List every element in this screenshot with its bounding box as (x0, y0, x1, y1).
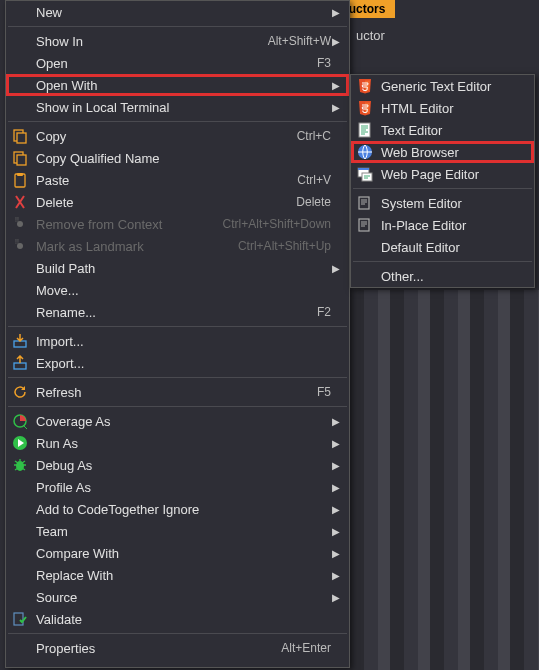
menu-item-web-browser[interactable]: Web Browser (351, 141, 534, 163)
menu-item-profile-as[interactable]: Profile As▶ (6, 476, 349, 498)
menu-item-validate[interactable]: Validate (6, 608, 349, 630)
menu-item-label: In-Place Editor (375, 218, 516, 233)
refresh-icon (10, 384, 30, 400)
menu-item-paste[interactable]: PasteCtrl+V (6, 169, 349, 191)
svg-rect-21 (359, 197, 369, 209)
debug-icon (10, 457, 30, 473)
menu-item-label: Open With (30, 78, 331, 93)
menu-item-label: Delete (30, 195, 290, 210)
blank-icon (10, 33, 30, 49)
menu-item-label: Debug As (30, 458, 331, 473)
menu-item-web-page-editor[interactable]: Web Page Editor (351, 163, 534, 185)
menu-item-run-as[interactable]: Run As▶ (6, 432, 349, 454)
menu-item-debug-as[interactable]: Debug As▶ (6, 454, 349, 476)
menu-separator (8, 406, 347, 407)
menu-item-move[interactable]: Move... (6, 279, 349, 301)
menu-item-label: Move... (30, 283, 331, 298)
menu-item-label: Show in Local Terminal (30, 100, 331, 115)
menu-item-team[interactable]: Team▶ (6, 520, 349, 542)
menu-item-refresh[interactable]: RefreshF5 (6, 381, 349, 403)
submenu-arrow-icon: ▶ (331, 80, 341, 91)
menu-item-label: Remove from Context (30, 217, 217, 232)
menu-item-open-with[interactable]: Open With▶ (6, 74, 349, 96)
menu-item-coverage-as[interactable]: Coverage As▶ (6, 410, 349, 432)
menu-separator (8, 26, 347, 27)
menu-item-mark-as-landmark: !!Mark as LandmarkCtrl+Alt+Shift+Up (6, 235, 349, 257)
menu-item-replace-with[interactable]: Replace With▶ (6, 564, 349, 586)
blank-icon (355, 239, 375, 255)
submenu-arrow-icon: ▶ (331, 263, 341, 274)
menu-item-copy[interactable]: CopyCtrl+C (6, 125, 349, 147)
submenu-arrow-icon: ▶ (331, 526, 341, 537)
webpage-icon (355, 166, 375, 182)
menu-item-show-in-local-terminal[interactable]: Show in Local Terminal▶ (6, 96, 349, 118)
svg-text:!!: !! (15, 238, 19, 245)
menu-item-label: Other... (375, 269, 516, 284)
menu-item-copy-qualified-name[interactable]: Copy Qualified Name (6, 147, 349, 169)
menu-item-import[interactable]: Import... (6, 330, 349, 352)
menu-item-shortcut: Ctrl+Alt+Shift+Down (217, 217, 331, 231)
menu-item-label: Text Editor (375, 123, 516, 138)
menu-item-open[interactable]: OpenF3 (6, 52, 349, 74)
svg-rect-1 (17, 133, 26, 143)
menu-item-label: Copy (30, 129, 291, 144)
blank-icon (10, 55, 30, 71)
menu-item-other[interactable]: Other... (351, 265, 534, 287)
menu-item-label: Export... (30, 356, 331, 371)
menu-item-delete[interactable]: DeleteDelete (6, 191, 349, 213)
menu-item-rename[interactable]: Rename...F2 (6, 301, 349, 323)
menu-item-label: Paste (30, 173, 291, 188)
menu-item-label: New (30, 5, 331, 20)
background-blur (350, 290, 539, 670)
menu-item-label: Rename... (30, 305, 311, 320)
menu-item-text-editor[interactable]: Text Editor (351, 119, 534, 141)
menu-item-default-editor[interactable]: Default Editor (351, 236, 534, 258)
menu-separator (353, 261, 532, 262)
svg-rect-15 (14, 613, 23, 625)
text-ed-icon (355, 122, 375, 138)
menu-item-label: HTML Editor (375, 101, 516, 116)
menu-item-generic-text-editor[interactable]: Generic Text Editor (351, 75, 534, 97)
submenu-arrow-icon: ▶ (331, 460, 341, 471)
blank-icon (10, 304, 30, 320)
menu-item-shortcut: F2 (311, 305, 331, 319)
copy-icon (10, 128, 30, 144)
menu-separator (8, 633, 347, 634)
svg-rect-19 (358, 168, 369, 170)
blank-icon (10, 260, 30, 276)
menu-item-export[interactable]: Export... (6, 352, 349, 374)
html5-icon (355, 78, 375, 94)
blank-icon (10, 523, 30, 539)
export-icon (10, 355, 30, 371)
menu-item-shortcut: Alt+Enter (275, 641, 331, 655)
menu-item-label: Validate (30, 612, 331, 627)
menu-item-label: Open (30, 56, 311, 71)
menu-item-shortcut: Ctrl+C (291, 129, 331, 143)
menu-item-label: Web Page Editor (375, 167, 516, 182)
menu-item-build-path[interactable]: Build Path▶ (6, 257, 349, 279)
menu-item-label: Mark as Landmark (30, 239, 232, 254)
html5-icon (355, 100, 375, 116)
submenu-arrow-icon: ▶ (331, 592, 341, 603)
menu-item-shortcut: Ctrl+V (291, 173, 331, 187)
menu-item-system-editor[interactable]: System Editor (351, 192, 534, 214)
menu-item-label: Properties (30, 641, 275, 656)
menu-item-html-editor[interactable]: HTML Editor (351, 97, 534, 119)
menu-item-new[interactable]: New▶ (6, 1, 349, 23)
menu-item-add-to-codetogether-ignore[interactable]: Add to CodeTogether Ignore▶ (6, 498, 349, 520)
menu-separator (8, 377, 347, 378)
menu-item-properties[interactable]: PropertiesAlt+Enter (6, 637, 349, 659)
menu-item-source[interactable]: Source▶ (6, 586, 349, 608)
menu-item-in-place-editor[interactable]: In-Place Editor (351, 214, 534, 236)
blank-icon (10, 545, 30, 561)
menu-item-shortcut: Ctrl+Alt+Shift+Up (232, 239, 331, 253)
menu-item-label: Build Path (30, 261, 331, 276)
menu-item-show-in[interactable]: Show InAlt+Shift+W▶ (6, 30, 349, 52)
svg-rect-5 (17, 173, 23, 176)
delete-icon (10, 194, 30, 210)
validate-icon (10, 611, 30, 627)
menu-item-label: Team (30, 524, 331, 539)
menu-item-compare-with[interactable]: Compare With▶ (6, 542, 349, 564)
blank-icon (355, 268, 375, 284)
blank-icon (10, 479, 30, 495)
